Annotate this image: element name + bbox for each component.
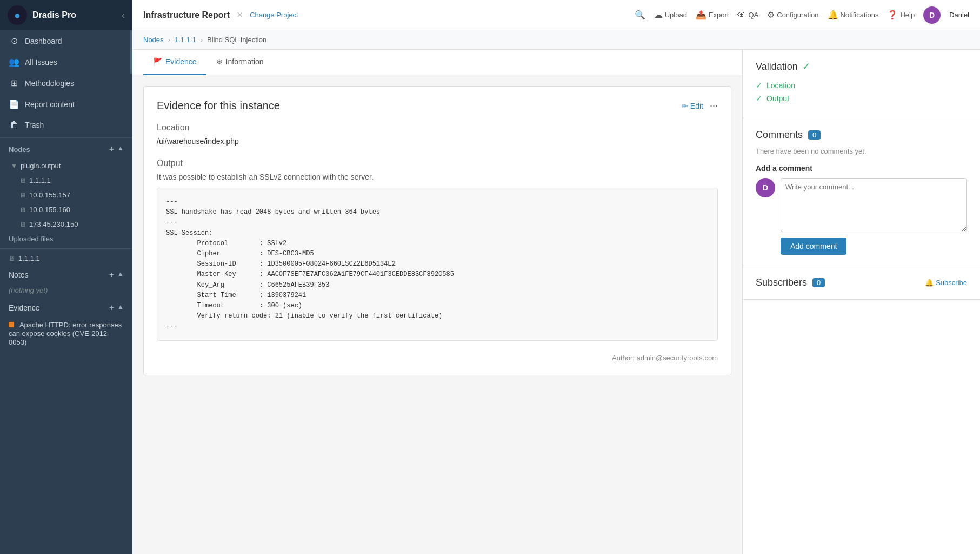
export-label: Export [709, 11, 729, 19]
user-avatar-char: D [929, 11, 935, 19]
notifications-label: Notifications [841, 11, 879, 19]
evidence-card: Evidence for this instance ✏ Edit ··· Lo… [143, 86, 731, 375]
sidebar-scrollbar [130, 30, 132, 74]
edit-button[interactable]: ✏ Edit [682, 102, 703, 110]
subscribers-title: Subscribers 0 [756, 277, 825, 288]
upload-action[interactable]: ☁ Upload [654, 10, 687, 20]
comments-card: Comments 0 There have been no comments y… [743, 118, 980, 266]
sidebar-title: Dradis Pro [32, 10, 76, 20]
subscribers-count-badge: 0 [812, 278, 825, 287]
more-button[interactable]: ··· [710, 100, 718, 111]
report-content-icon: 📄 [9, 99, 19, 109]
node-label: 173.45.230.150 [29, 220, 78, 228]
sidebar-item-report-content[interactable]: 📄 Report content [0, 94, 132, 115]
user-avatar[interactable]: D [923, 6, 941, 24]
add-evidence-button[interactable]: + [109, 303, 114, 313]
subscribers-card: Subscribers 0 🔔 Subscribe [743, 266, 980, 300]
sidebar-tree-node-1111[interactable]: 🖥 1.1.1.1 [0, 173, 132, 188]
node-monitor-icon: 🖥 [9, 255, 15, 262]
methodologies-icon: ⊞ [9, 78, 19, 88]
add-node-button[interactable]: + [109, 144, 114, 154]
add-comment-section: Add a comment D Add comment [756, 164, 967, 255]
tabs: 🚩 Evidence ❄ Information [132, 50, 742, 75]
comments-title: Comments 0 [756, 129, 967, 141]
comments-count-badge: 0 [808, 130, 821, 140]
sidebar-evidence-item[interactable]: Apache HTTPD: error responses can expose… [0, 317, 132, 349]
check-icon-output: ✓ [756, 94, 762, 103]
evidence-tab-label: Evidence [165, 57, 197, 66]
notifications-icon: 🔔 [828, 10, 838, 20]
sidebar-tree-node-4[interactable]: 🖥 173.45.230.150 [0, 217, 132, 232]
topbar-left: Infrastructure Report ✕ Change Project [143, 10, 298, 20]
validation-location-label: Location [766, 81, 795, 90]
validation-output-label: Output [766, 94, 789, 103]
evidence-header: Evidence for this instance ✏ Edit ··· [157, 100, 718, 112]
edit-pencil-icon: ✏ [682, 102, 688, 110]
nodes-label: Nodes [9, 146, 30, 154]
change-project-link[interactable]: Change Project [250, 11, 298, 19]
sidebar-uploaded-files[interactable]: Uploaded files [0, 232, 132, 246]
comment-input-row: D [756, 178, 967, 232]
export-icon: 📤 [696, 10, 706, 20]
configuration-action[interactable]: ⚙ Configuration [767, 10, 818, 20]
location-label: Location [157, 123, 718, 133]
validation-card: Validation ✓ ✓ Location ✓ Output [743, 50, 980, 118]
comment-textarea[interactable] [781, 178, 967, 232]
validation-item-output: ✓ Output [756, 94, 967, 103]
evidence-label: Evidence [9, 304, 40, 312]
sidebar-header: ● Dradis Pro ‹ [0, 0, 132, 30]
sidebar-tree-node-3[interactable]: 🖥 10.0.155.160 [0, 202, 132, 217]
topbar-right: 🔍 ☁ Upload 📤 Export 👁 QA ⚙ Configuration… [635, 6, 969, 24]
upload-icon: ☁ [654, 10, 663, 20]
monitor-icon: 🖥 [19, 192, 26, 199]
sidebar-nav-label: All Issues [25, 58, 57, 67]
evidence-item-label: Apache HTTPD: error responses can expose… [9, 321, 122, 346]
bell-icon: 🔔 [925, 279, 934, 287]
breadcrumb: Nodes › 1.1.1.1 › Blind SQL Injection [132, 30, 980, 50]
evidence-collapse-icon[interactable]: ▲ [117, 303, 124, 313]
subscribe-link[interactable]: 🔔 Subscribe [925, 279, 967, 287]
node-label: 10.0.155.160 [29, 206, 70, 214]
help-label: Help [900, 11, 915, 19]
sidebar-nav-label: Dashboard [25, 37, 62, 45]
breadcrumb-nodes[interactable]: Nodes [143, 36, 164, 44]
sidebar-item-methodologies[interactable]: ⊞ Methodologies [0, 72, 132, 94]
monitor-icon: 🖥 [19, 206, 26, 214]
notes-collapse-icon[interactable]: ▲ [117, 270, 124, 280]
search-action[interactable]: 🔍 [635, 10, 645, 20]
nodes-collapse-icon[interactable]: ▲ [117, 144, 124, 154]
validation-title: Validation ✓ [756, 61, 967, 72]
sidebar-nav-label: Methodologies [25, 79, 74, 88]
sidebar-tree-node-2[interactable]: 🖥 10.0.155.157 [0, 188, 132, 202]
export-action[interactable]: 📤 Export [696, 10, 729, 20]
author-line: Author: admin@securityroots.com [157, 354, 718, 362]
node-1111-label: 1.1.1.1 [18, 254, 40, 262]
sidebar-item-trash[interactable]: 🗑 Trash [0, 115, 132, 135]
subscribers-row: Subscribers 0 🔔 Subscribe [756, 277, 967, 288]
main-content: Infrastructure Report ✕ Change Project 🔍… [132, 0, 980, 554]
sidebar-nav-label: Report content [25, 100, 75, 109]
node-label: 1.1.1.1 [29, 176, 51, 184]
add-comment-label: Add a comment [756, 164, 967, 173]
help-action[interactable]: ❓ Help [887, 10, 915, 20]
sidebar-item-all-issues[interactable]: 👥 All Issues [0, 51, 132, 72]
sidebar-node-1111[interactable]: 🖥 1.1.1.1 [0, 251, 132, 266]
add-note-button[interactable]: + [109, 270, 114, 280]
breadcrumb-current: Blind SQL Injection [207, 36, 266, 44]
sidebar-item-dashboard[interactable]: ⊙ Dashboard [0, 30, 132, 51]
sidebar-logo[interactable]: ● [8, 5, 27, 25]
qa-action[interactable]: 👁 QA [737, 10, 758, 20]
no-comments-text: There have been no comments yet. [756, 147, 967, 155]
information-tab-icon: ❄ [216, 57, 223, 66]
sidebar-collapse-button[interactable]: ‹ [122, 10, 125, 21]
notifications-action[interactable]: 🔔 Notifications [828, 10, 879, 20]
dashboard-icon: ⊙ [9, 36, 19, 46]
tab-evidence[interactable]: 🚩 Evidence [143, 50, 206, 75]
tab-information[interactable]: ❄ Information [206, 50, 274, 75]
add-comment-button[interactable]: Add comment [781, 238, 846, 255]
breadcrumb-ip[interactable]: 1.1.1.1 [175, 36, 196, 44]
sidebar-tree-plugin-output[interactable]: ▼ plugin.output [0, 159, 132, 173]
sidebar-nav-label: Trash [25, 121, 44, 129]
plugin-output-label: plugin.output [21, 162, 61, 170]
notes-actions: + ▲ [109, 270, 124, 280]
